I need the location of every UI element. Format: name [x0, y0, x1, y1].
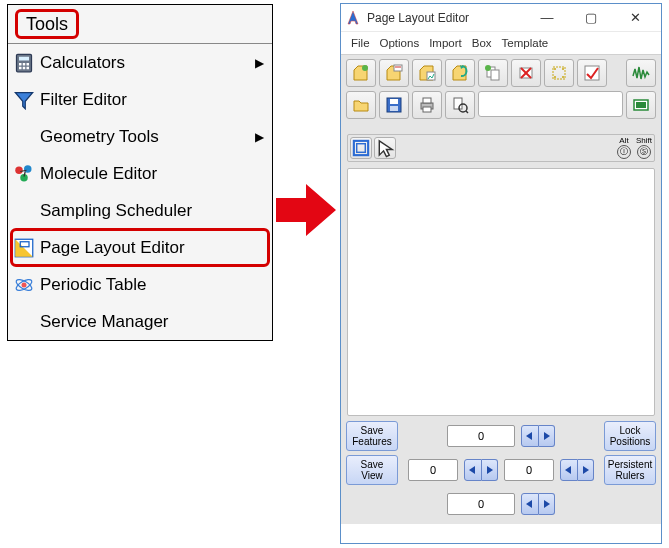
bottom-controls: Save Features 0 Lock Positions Save View… — [341, 416, 661, 524]
spinner-2[interactable] — [464, 459, 498, 481]
svg-point-35 — [554, 76, 556, 78]
save-features-button[interactable]: Save Features — [346, 421, 398, 451]
svg-marker-57 — [583, 466, 589, 474]
svg-rect-42 — [423, 98, 431, 103]
menu-item-label: Periodic Table — [40, 275, 264, 295]
menu-body: Calculators ▶ Filter Editor Geometry Too… — [8, 43, 272, 340]
menu-box[interactable]: Box — [468, 35, 496, 51]
menu-item-periodic-table[interactable]: Periodic Table — [8, 266, 272, 303]
spinner-1[interactable] — [521, 425, 555, 447]
modifier-indicators: AltⒾ ShiftⓈ — [617, 137, 652, 159]
alt-indicator-icon: Ⓘ — [617, 145, 631, 159]
menu-item-filter-editor[interactable]: Filter Editor — [8, 81, 272, 118]
menu-title: Tools — [15, 9, 79, 39]
svg-marker-53 — [544, 432, 550, 440]
submenu-arrow-icon: ▶ — [255, 56, 264, 70]
menu-item-label: Filter Editor — [40, 90, 264, 110]
toolbar-btn-waveform[interactable] — [626, 59, 656, 87]
menu-item-page-layout-editor[interactable]: Page Layout Editor — [8, 229, 272, 266]
numeric-field-4[interactable]: 0 — [447, 493, 515, 515]
svg-rect-50 — [357, 144, 366, 153]
svg-point-9 — [15, 166, 23, 174]
toolbar-btn-7[interactable] — [544, 59, 574, 87]
shift-label: Shift — [636, 137, 652, 145]
svg-marker-58 — [526, 500, 532, 508]
svg-rect-7 — [27, 66, 30, 69]
canvas-toolbar: AltⒾ ShiftⓈ — [347, 134, 655, 162]
maximize-button[interactable]: ▢ — [569, 7, 613, 29]
canvas-select-button[interactable] — [350, 137, 372, 159]
svg-point-28 — [485, 65, 491, 71]
toolbar-print-button[interactable] — [412, 91, 442, 119]
spinner-3[interactable] — [560, 459, 594, 481]
svg-rect-5 — [19, 66, 22, 69]
svg-rect-39 — [390, 99, 398, 104]
svg-point-34 — [562, 68, 564, 70]
persistent-rulers-button[interactable]: Persistent Rulers — [604, 455, 656, 485]
toolbar-display-button[interactable] — [626, 91, 656, 119]
periodic-table-icon — [14, 275, 34, 295]
svg-marker-20 — [276, 184, 336, 236]
menu-item-sampling-scheduler[interactable]: Sampling Scheduler — [8, 192, 272, 229]
svg-point-17 — [22, 282, 27, 287]
toolbar-btn-3[interactable] — [412, 59, 442, 87]
svg-point-36 — [562, 76, 564, 78]
layout-icon — [14, 238, 34, 258]
numeric-field-3[interactable]: 0 — [504, 459, 554, 481]
shift-indicator-icon: Ⓢ — [637, 145, 651, 159]
toolbar-btn-5[interactable] — [478, 59, 508, 87]
svg-point-21 — [362, 65, 368, 71]
svg-rect-2 — [19, 63, 22, 66]
menu-file[interactable]: File — [347, 35, 374, 51]
arrow-icon — [276, 180, 336, 240]
menu-item-service-manager[interactable]: Service Manager — [8, 303, 272, 340]
svg-rect-3 — [23, 63, 26, 66]
svg-rect-22 — [394, 65, 402, 71]
svg-rect-1 — [19, 56, 29, 60]
close-button[interactable]: ✕ — [613, 7, 657, 29]
menu-import[interactable]: Import — [425, 35, 466, 51]
menu-item-label: Molecule Editor — [40, 164, 264, 184]
toolbar-preview-button[interactable] — [445, 91, 475, 119]
layout-canvas[interactable] — [347, 168, 655, 416]
toolbar-open-button[interactable] — [346, 91, 376, 119]
menu-item-label: Sampling Scheduler — [40, 201, 264, 221]
menu-item-label: Geometry Tools — [40, 127, 249, 147]
menu-item-label: Calculators — [40, 53, 249, 73]
alt-label: Alt — [619, 137, 628, 145]
lock-positions-button[interactable]: Lock Positions — [604, 421, 656, 451]
toolbar-btn-4[interactable] — [445, 59, 475, 87]
svg-rect-6 — [23, 66, 26, 69]
filter-icon — [14, 90, 34, 110]
minimize-button[interactable]: — — [525, 7, 569, 29]
menubar: File Options Import Box Template — [341, 32, 661, 54]
menu-item-molecule-editor[interactable]: Molecule Editor — [8, 155, 272, 192]
toolbar-btn-6[interactable] — [511, 59, 541, 87]
window-title: Page Layout Editor — [367, 11, 525, 25]
menu-options[interactable]: Options — [376, 35, 424, 51]
spinner-4[interactable] — [521, 493, 555, 515]
app-icon — [345, 10, 361, 26]
toolbar-save-button[interactable] — [379, 91, 409, 119]
toolbar-btn-2[interactable] — [379, 59, 409, 87]
molecule-icon — [14, 164, 34, 184]
svg-marker-56 — [565, 466, 571, 474]
menu-item-calculators[interactable]: Calculators ▶ — [8, 44, 272, 81]
svg-marker-51 — [379, 141, 392, 157]
canvas-pointer-button[interactable] — [374, 137, 396, 159]
calculator-icon — [14, 53, 34, 73]
canvas-area: AltⒾ ShiftⓈ — [341, 129, 661, 416]
svg-point-33 — [554, 68, 556, 70]
tools-menu: Tools Calculators ▶ Filter Editor Geomet… — [7, 4, 273, 341]
menu-item-geometry-tools[interactable]: Geometry Tools ▶ — [8, 118, 272, 155]
numeric-field-2[interactable]: 0 — [408, 459, 458, 481]
svg-rect-4 — [27, 63, 30, 66]
toolbar-btn-8[interactable] — [577, 59, 607, 87]
numeric-field-1[interactable]: 0 — [447, 425, 515, 447]
menu-template[interactable]: Template — [498, 35, 553, 51]
svg-marker-55 — [487, 466, 493, 474]
toolbar-text-field[interactable] — [478, 91, 623, 117]
toolbar-btn-1[interactable] — [346, 59, 376, 87]
save-view-button[interactable]: Save View — [346, 455, 398, 485]
svg-rect-43 — [423, 107, 431, 112]
